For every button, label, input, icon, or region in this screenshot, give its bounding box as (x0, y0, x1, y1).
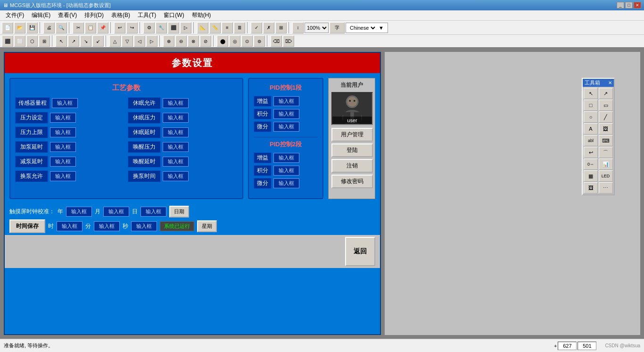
tb2-13[interactable]: ⊕ (163, 35, 174, 47)
tool-rect[interactable]: □ (584, 100, 598, 111)
param-input-wake-delay[interactable]: 输入框 (163, 157, 189, 167)
month-input[interactable]: 输入框 (103, 207, 129, 217)
minimize-button[interactable]: _ (617, 2, 624, 8)
tb-tool9[interactable]: ⊞ (275, 22, 287, 34)
day-input[interactable]: 输入框 (140, 207, 166, 217)
tb-lang-icon[interactable]: 字 (330, 22, 345, 34)
param-input-pressure-upper[interactable]: 输入框 (50, 127, 76, 137)
tb2-3[interactable]: ⬡ (26, 35, 38, 47)
toolbox-close-button[interactable]: ✕ (608, 80, 612, 85)
tool-more[interactable]: ⋯ (599, 182, 613, 193)
param-input-pump-add[interactable]: 输入框 (50, 142, 76, 152)
logout-button[interactable]: 注销 (331, 159, 373, 173)
menu-window[interactable]: 窗口(W) (160, 10, 188, 20)
tool-picture[interactable]: 🖼 (584, 182, 598, 193)
tb-new[interactable]: 📄 (2, 22, 13, 34)
tb-redo[interactable]: ↪ (126, 22, 138, 34)
param-input-pump-swap[interactable]: 输入框 (50, 171, 76, 181)
tb2-11[interactable]: ◁ (134, 35, 145, 47)
tb-tool2[interactable]: 🔧 (156, 22, 167, 34)
tool-round-rect[interactable]: ▭ (599, 100, 613, 111)
tb-copy[interactable]: 📋 (85, 22, 96, 34)
tb-print[interactable]: 🖨 (43, 22, 55, 34)
tb-tool5[interactable]: 📐 (197, 22, 208, 34)
menu-tools[interactable]: 工具(T) (134, 10, 160, 20)
tool-input[interactable]: ⌨ (599, 135, 613, 146)
tb-check[interactable]: ✓ (251, 22, 262, 34)
tb2-15[interactable]: ⊗ (188, 35, 199, 47)
tb-tool6[interactable]: 📏 (209, 22, 221, 34)
login-button[interactable]: 登陆 (331, 143, 373, 157)
tool-0x[interactable]: 0↔ (584, 159, 598, 170)
menu-file[interactable]: 文件(F) (2, 10, 28, 20)
param-input-wake-pressure[interactable]: 输入框 (163, 142, 189, 152)
tb2-12[interactable]: ▷ (146, 35, 157, 47)
language-dropdown[interactable]: Chinese English ▼ (346, 23, 388, 33)
tool-arrow[interactable]: ↗ (599, 88, 613, 99)
tool-chart[interactable]: 📊 (599, 159, 613, 170)
maximize-button[interactable]: □ (625, 2, 633, 8)
menu-help[interactable]: 帮助(H) (188, 10, 215, 20)
tool-ellipse[interactable]: ○ (584, 111, 598, 123)
tb2-6[interactable]: ↗ (68, 35, 79, 47)
tool-tv[interactable]: LED (599, 170, 613, 182)
tool-line[interactable]: ╱ (599, 111, 613, 123)
min-input[interactable]: 输入框 (94, 221, 120, 231)
time-save-button[interactable]: 时间保存 (9, 219, 45, 233)
change-password-button[interactable]: 修改密码 (331, 175, 373, 188)
tb-undo[interactable]: ↩ (114, 22, 125, 34)
date-button[interactable]: 日期 (169, 206, 189, 218)
tb2-14[interactable]: ⊖ (175, 35, 187, 47)
tool-curve[interactable]: ↩ (584, 147, 598, 158)
tb2-16[interactable]: ⊘ (200, 35, 211, 47)
param-input-sleep-allow[interactable]: 输入框 (163, 98, 189, 108)
pid1-gain-input[interactable]: 输入框 (273, 96, 299, 106)
tool-image[interactable]: 🖼 (599, 123, 613, 134)
pid2-integral-input[interactable]: 输入框 (273, 166, 299, 176)
param-input-sleep-delay[interactable]: 输入框 (163, 127, 189, 137)
tb-paste[interactable]: 📌 (97, 22, 108, 34)
tb-cut[interactable]: ✂ (73, 22, 84, 34)
week-button[interactable]: 星期 (197, 220, 217, 232)
close-button[interactable]: ✕ (634, 2, 641, 8)
sec-input[interactable]: 输入框 (131, 221, 157, 231)
tb-cross[interactable]: ✗ (263, 22, 274, 34)
tool-abl[interactable]: abl (584, 135, 598, 146)
tb-save[interactable]: 💾 (26, 22, 38, 34)
menu-table[interactable]: 表格(B) (107, 10, 134, 20)
param-input-pump-reduce[interactable]: 输入框 (50, 157, 76, 167)
tb-arrow[interactable]: ↕ (292, 22, 304, 34)
tb2-5[interactable]: ↖ (56, 35, 67, 47)
tb2-22[interactable]: ⌦ (283, 35, 294, 47)
param-input-pump-time[interactable]: 输入框 (163, 171, 189, 181)
param-input-sensor[interactable]: 输入框 (52, 98, 78, 108)
tb2-8[interactable]: ↙ (92, 35, 104, 47)
tool-text-A[interactable]: A (584, 123, 598, 134)
menu-view[interactable]: 查看(V) (54, 10, 81, 20)
menu-arrange[interactable]: 排列(D) (81, 10, 107, 20)
tb2-10[interactable]: ▽ (122, 35, 133, 47)
tb2-2[interactable]: ⬜ (14, 35, 25, 47)
tool-pointer[interactable]: ↖ (584, 88, 598, 99)
tb2-17[interactable]: ⬤ (217, 35, 228, 47)
menu-edit[interactable]: 编辑(E) (28, 10, 54, 20)
tb2-7[interactable]: ↘ (80, 35, 91, 47)
tb2-9[interactable]: △ (109, 35, 121, 47)
tb2-1[interactable]: ⬛ (2, 35, 13, 47)
pid1-integral-input[interactable]: 输入框 (273, 109, 299, 119)
return-button[interactable]: 返回 (345, 237, 375, 266)
tb-tool7[interactable]: ≡ (222, 22, 233, 34)
tb2-4[interactable]: ⊞ (39, 35, 50, 47)
tb2-19[interactable]: ⊙ (241, 35, 253, 47)
tool-table[interactable]: ▦ (584, 170, 598, 182)
tb2-20[interactable]: ⊚ (254, 35, 265, 47)
tb2-21[interactable]: ⌫ (271, 35, 282, 47)
param-input-pressure[interactable]: 输入框 (50, 113, 76, 123)
pid1-diff-input[interactable]: 输入框 (273, 122, 299, 132)
pid2-diff-input[interactable]: 输入框 (273, 178, 299, 188)
pid2-gain-input[interactable]: 输入框 (273, 153, 299, 163)
tb-tool3[interactable]: ⬛ (168, 22, 179, 34)
tb2-18[interactable]: ◎ (229, 35, 240, 47)
hour-input[interactable]: 输入框 (57, 221, 83, 231)
tb-tool4[interactable]: ▷ (180, 22, 191, 34)
